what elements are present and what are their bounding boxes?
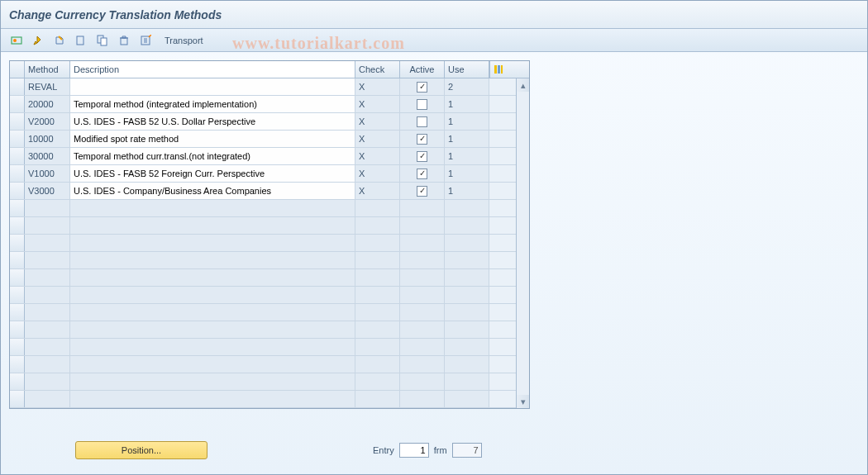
cell-active[interactable] <box>400 391 445 407</box>
cell-description[interactable] <box>70 373 355 390</box>
cell-active[interactable] <box>400 165 445 182</box>
cell-check[interactable]: X <box>355 148 400 164</box>
details-icon[interactable] <box>7 32 26 49</box>
table-row[interactable] <box>10 391 529 408</box>
cell-active[interactable] <box>400 183 445 199</box>
cell-use[interactable] <box>445 200 489 216</box>
cell-method[interactable] <box>25 287 70 303</box>
active-checkbox[interactable] <box>417 151 427 162</box>
cell-use[interactable] <box>445 217 489 234</box>
cell-use[interactable] <box>445 269 489 286</box>
cell-check[interactable] <box>355 356 400 373</box>
cell-check[interactable]: X <box>355 131 400 147</box>
cell-use[interactable]: 1 <box>445 165 489 182</box>
cell-active[interactable] <box>400 217 445 234</box>
cell-check[interactable] <box>355 235 400 251</box>
cell-check[interactable] <box>355 321 400 338</box>
table-row[interactable] <box>10 252 529 269</box>
cell-active[interactable] <box>400 78 445 95</box>
cell-active[interactable] <box>400 269 445 286</box>
cell-method[interactable] <box>25 339 70 355</box>
cell-check[interactable] <box>355 304 400 321</box>
configure-columns-icon[interactable] <box>489 61 506 78</box>
active-checkbox[interactable] <box>417 99 427 110</box>
row-selector[interactable] <box>10 356 25 373</box>
cell-description[interactable] <box>70 339 355 355</box>
table-row[interactable]: V3000U.S. IDES - Company/Business Area C… <box>10 183 529 200</box>
column-header-description[interactable]: Description <box>70 61 355 78</box>
cell-use[interactable] <box>445 252 489 268</box>
cell-method[interactable] <box>25 252 70 268</box>
cell-use[interactable]: 1 <box>445 131 489 147</box>
table-row[interactable]: 30000Temporal method curr.transl.(not in… <box>10 148 529 165</box>
cell-method[interactable] <box>25 373 70 390</box>
table-row[interactable]: REVALX2 <box>10 78 529 96</box>
row-selector[interactable] <box>10 183 25 199</box>
row-selector[interactable] <box>10 131 25 147</box>
scroll-up-icon[interactable]: ▴ <box>517 78 529 92</box>
cell-use[interactable]: 1 <box>445 183 489 199</box>
cell-active[interactable] <box>400 113 445 130</box>
row-selector[interactable] <box>10 252 25 268</box>
cell-method[interactable] <box>25 321 70 338</box>
table-row[interactable]: 10000Modified spot rate methodX1 <box>10 131 529 148</box>
cell-use[interactable]: 1 <box>445 148 489 164</box>
column-header-use[interactable]: Use <box>445 61 489 78</box>
cell-active[interactable] <box>400 200 445 216</box>
cell-active[interactable] <box>400 287 445 303</box>
cell-description[interactable] <box>70 200 355 216</box>
row-selector[interactable] <box>10 113 25 130</box>
row-selector[interactable] <box>10 269 25 286</box>
cell-use[interactable] <box>445 287 489 303</box>
cell-description[interactable] <box>70 252 355 268</box>
row-selector[interactable] <box>10 391 25 407</box>
cell-description[interactable] <box>70 391 355 407</box>
cell-use[interactable] <box>445 235 489 251</box>
cell-method[interactable]: REVAL <box>25 78 70 95</box>
cell-method[interactable]: 30000 <box>25 148 70 164</box>
entry-current-input[interactable] <box>399 443 429 458</box>
cell-check[interactable] <box>355 200 400 216</box>
row-selector[interactable] <box>10 304 25 321</box>
cell-description[interactable]: U.S. IDES - FASB 52 Foreign Curr. Perspe… <box>70 165 355 182</box>
cell-description[interactable]: Temporal method curr.transl.(not integra… <box>70 148 355 164</box>
transport-button[interactable]: Transport <box>158 32 210 49</box>
cell-active[interactable] <box>400 304 445 321</box>
cell-check[interactable] <box>355 252 400 268</box>
cell-check[interactable] <box>355 287 400 303</box>
cell-active[interactable] <box>400 373 445 390</box>
cell-method[interactable] <box>25 356 70 373</box>
row-selector[interactable] <box>10 287 25 303</box>
table-row[interactable] <box>10 321 529 339</box>
cell-description[interactable]: U.S. IDES - Company/Business Area Compan… <box>70 183 355 199</box>
cell-check[interactable] <box>355 373 400 390</box>
scroll-down-icon[interactable]: ▾ <box>517 395 529 408</box>
cell-method[interactable] <box>25 304 70 321</box>
cell-description[interactable]: Temporal method (integrated implementati… <box>70 96 355 112</box>
cell-description[interactable] <box>70 321 355 338</box>
cell-method[interactable] <box>25 200 70 216</box>
cell-description[interactable] <box>70 304 355 321</box>
cell-check[interactable] <box>355 217 400 234</box>
row-selector[interactable] <box>10 200 25 216</box>
cell-use[interactable] <box>445 321 489 338</box>
cell-description[interactable]: Modified spot rate method <box>70 131 355 147</box>
cell-method[interactable]: V3000 <box>25 183 70 199</box>
table-row[interactable] <box>10 217 529 235</box>
row-selector[interactable] <box>10 165 25 182</box>
cell-active[interactable] <box>400 321 445 338</box>
copy-icon[interactable] <box>72 32 90 49</box>
active-checkbox[interactable] <box>417 116 427 127</box>
cell-active[interactable] <box>400 131 445 147</box>
table-row[interactable]: V2000U.S. IDES - FASB 52 U.S. Dollar Per… <box>10 113 529 131</box>
cell-check[interactable]: X <box>355 165 400 182</box>
row-selector[interactable] <box>10 373 25 390</box>
scroll-track[interactable] <box>517 92 529 395</box>
change-icon[interactable] <box>29 32 47 49</box>
row-selector[interactable] <box>10 235 25 251</box>
row-selector[interactable] <box>10 96 25 112</box>
position-button[interactable]: Position... <box>75 441 207 459</box>
cell-use[interactable]: 1 <box>445 113 489 130</box>
cell-description[interactable]: U.S. IDES - FASB 52 U.S. Dollar Perspect… <box>70 113 355 130</box>
cell-method[interactable]: 10000 <box>25 131 70 147</box>
